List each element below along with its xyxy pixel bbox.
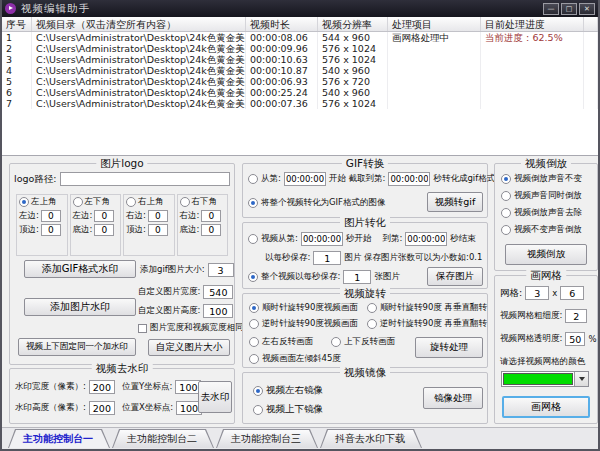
custom-height-input[interactable] [203, 304, 233, 318]
radio-icon [253, 386, 263, 396]
gif-size-input[interactable] [208, 263, 234, 277]
tab-main-console-2[interactable]: 主功能控制台二 [112, 429, 214, 448]
grid-rows-input[interactable] [560, 286, 584, 300]
mirror-option-vertical[interactable]: 视频上下镜像 [253, 403, 323, 416]
col-path[interactable]: 视频目录（双击清空所有内容） [32, 17, 246, 31]
corner-offset-input[interactable] [41, 210, 61, 222]
wm-width-input[interactable] [89, 380, 115, 394]
tab-douyin-watermark-download[interactable]: 抖音去水印下载 [320, 429, 422, 448]
cell-progress [481, 43, 584, 54]
grid-opacity-input[interactable] [565, 332, 585, 346]
convert-end-time-input[interactable] [405, 232, 447, 246]
rotate-option-hflip[interactable]: 左右反转画面 [249, 336, 313, 348]
table-row[interactable]: 5 C:\Users\Administrator\Desktop\24k色黄金美… [2, 76, 598, 87]
gif-start-time-input[interactable] [284, 172, 326, 186]
corner-offset-input[interactable] [148, 210, 168, 222]
reverse-option-audio-only[interactable]: 视频不变声音倒放 [501, 224, 582, 236]
col-duration[interactable]: 视频时长 [246, 17, 318, 31]
corner-radio[interactable]: 左上角 [19, 196, 65, 208]
rotate-option-cw90[interactable]: 顺时针旋转90度视频画面 [249, 302, 358, 314]
wm-height-input[interactable] [89, 401, 115, 415]
table-row[interactable]: 6 C:\Users\Administrator\Desktop\24k色黄金美… [2, 87, 598, 98]
reverse-option-keep-audio[interactable]: 视频倒放声音不变 [501, 173, 582, 185]
remove-watermark-button[interactable]: 去水印 [198, 381, 232, 413]
close-button[interactable]: ✕ [579, 3, 595, 15]
draw-grid-button[interactable]: 画网格 [502, 396, 590, 418]
same-width-checkbox[interactable]: 图片宽度和视频宽度相同 [138, 322, 244, 334]
rotate-option-ccw90[interactable]: 逆时针旋转90度视频画面 [249, 318, 358, 330]
grid-color-dropdown[interactable] [501, 371, 589, 387]
col-resolution[interactable]: 视频分辨率 [318, 17, 388, 31]
reverse-option-remove-audio[interactable]: 视频倒放声音去除 [501, 207, 582, 219]
corner-offset-input[interactable] [201, 224, 221, 236]
cell-progress: 当前进度：62.5% [481, 32, 584, 43]
panel-image-logo: 图片logo logo路径: 左上角 左边: 顶边: 左下角 左边: 底边: 右… [9, 163, 235, 365]
add-gif-watermark-button[interactable]: 添加GIF格式水印 [24, 260, 136, 278]
table-row[interactable]: 1 C:\Users\Administrator\Desktop\24k色黄金美… [2, 32, 598, 43]
cell-index: 7 [2, 98, 32, 109]
corner-offset-input[interactable] [201, 210, 221, 222]
gif-end-time-input[interactable] [388, 172, 430, 186]
rotate-option-tilt45[interactable]: 视频画面左倾斜45度 [249, 353, 341, 365]
convert-range-option[interactable]: 视频从第: 秒开始 到第: 秒结束 [248, 232, 476, 246]
tab-main-console-3[interactable]: 主功能控制台三 [216, 429, 318, 448]
cell-duration: 00:00:25.24 [246, 87, 318, 98]
panel-title: 视频旋转 [340, 287, 390, 301]
mirror-option-horizontal[interactable]: 视频左右镜像 [253, 384, 323, 397]
rotate-option-vflip[interactable]: 上下反转画面 [331, 336, 395, 348]
table-row[interactable]: 2 C:\Users\Administrator\Desktop\24k色黄金美… [2, 43, 598, 54]
grid-cols-input[interactable] [525, 286, 549, 300]
convert-start-time-input[interactable] [301, 232, 343, 246]
radio-icon [73, 197, 83, 207]
maximize-button[interactable]: □ [561, 3, 577, 15]
corner-offset-input[interactable] [148, 224, 168, 236]
cell-resolution: 540 x 960 [318, 87, 388, 98]
video-reverse-button[interactable]: 视频倒放 [505, 244, 587, 265]
add-image-watermark-button[interactable]: 添加图片水印 [24, 298, 136, 316]
whole-per-sec-input[interactable] [343, 270, 371, 284]
gif-whole-video-option[interactable]: 将整个视频转化为GIF格式的图像 [248, 197, 385, 209]
radio-icon [249, 337, 259, 347]
logo-path-input[interactable] [60, 172, 230, 186]
grid-color-label: 请选择视频网格的颜色 [500, 356, 585, 368]
convert-whole-video-option[interactable]: 整个视频以每秒保存: 张图片 [248, 270, 400, 284]
rotate-option-ccw90-vflip[interactable]: 逆时针旋转90度 再垂直翻转 [367, 318, 487, 330]
cell-progress [481, 87, 584, 98]
cell-progress [481, 98, 584, 109]
custom-image-size-button[interactable]: 自定义图片大小 [148, 339, 230, 356]
col-task[interactable]: 处理项目 [388, 17, 481, 31]
table-row[interactable]: 4 C:\Users\Administrator\Desktop\24k色黄金美… [2, 65, 598, 76]
tab-main-console-1[interactable]: 主功能控制台一 [8, 429, 110, 448]
corner-radio[interactable]: 左下角 [73, 196, 119, 208]
dropdown-arrow-button[interactable] [574, 372, 588, 386]
rotate-option-cw90-vflip[interactable]: 顺时针旋转90度 再垂直翻转 [367, 302, 487, 314]
panel-title: GIF转换 [342, 157, 388, 171]
corner-radio[interactable]: 右上角 [126, 196, 172, 208]
corner-offset-input[interactable] [94, 224, 114, 236]
video-to-gif-button[interactable]: 视频转gif [427, 192, 483, 212]
corner-offset-input[interactable] [94, 210, 114, 222]
col-index[interactable]: 序号 [2, 17, 32, 31]
cell-duration: 00:00:08.06 [246, 32, 318, 43]
save-images-button[interactable]: 保存图片 [427, 267, 483, 286]
mirror-process-button[interactable]: 镜像处理 [423, 387, 483, 409]
table-row[interactable]: 7 C:\Users\Administrator\Desktop\24k色黄金美… [2, 98, 598, 109]
minimize-button[interactable]: — [543, 3, 559, 15]
custom-width-input[interactable] [203, 285, 233, 299]
per-sec-input[interactable] [313, 251, 341, 265]
rotate-process-button[interactable]: 旋转处理 [415, 337, 483, 358]
fixed-watermark-button[interactable]: 视频上下固定同一个加水印 [18, 338, 136, 356]
radio-icon [248, 234, 258, 244]
grid-thickness-input[interactable] [565, 309, 587, 323]
corner-radio[interactable]: 右下角 [180, 196, 226, 208]
cell-task: 画网格处理中 [388, 32, 481, 43]
col-progress[interactable]: 目前处理进度 [481, 17, 584, 31]
corner-offset-input[interactable] [41, 224, 61, 236]
cell-task [388, 43, 481, 54]
radio-icon [253, 405, 263, 415]
table-row[interactable]: 3 C:\Users\Administrator\Desktop\24k色黄金美… [2, 54, 598, 65]
panel-title: 视频倒放 [521, 157, 571, 171]
gif-range-option[interactable]: 从第: 开始 截取到第: 秒转化成gif格式 [248, 172, 495, 186]
reverse-option-audio-too[interactable]: 视频声音同时倒放 [501, 190, 582, 202]
cell-path: C:\Users\Administrator\Desktop\24k色黄金美容棒… [32, 98, 246, 109]
